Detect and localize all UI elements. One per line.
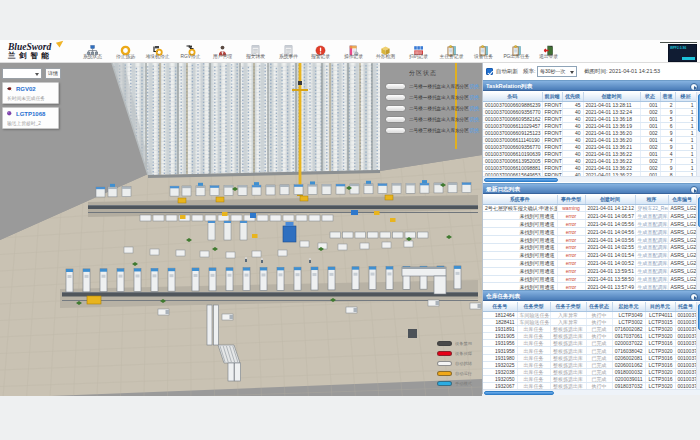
zone-toggle[interactable] — [385, 94, 406, 101]
zone-toggle[interactable] — [385, 116, 406, 123]
frequency-select[interactable]: 每30秒一次 — [537, 66, 577, 77]
table-row[interactable]: 00100370006609356770FRONT402021-04-01 13… — [483, 143, 696, 150]
column-header[interactable]: 巷道 — [660, 92, 675, 101]
table-row[interactable]: 未找到可用通道error2021-04-01 14:01:54生成直配调库库位请… — [483, 251, 696, 259]
auto-refresh-checkbox[interactable] — [486, 68, 493, 75]
zone-switch-link[interactable]: 切换 — [469, 105, 479, 111]
table-row[interactable]: 1931956出库任务整板拣选出库已完成0200037022LCTP301600… — [483, 340, 696, 347]
table-row[interactable]: 未找到可用通道error2021-04-01 13:59:51生成直配调库库位请… — [483, 267, 696, 275]
table-cell: 2021-04-01 14:12:12 — [585, 204, 635, 212]
toolbar-item-7[interactable]: 系统事件 — [272, 42, 305, 63]
toolbar-item-3[interactable]: 堆垛机停止 — [141, 42, 174, 63]
table-row[interactable]: 1931980出库任务整板拣选出库已完成0206002081LCTP301600… — [483, 354, 696, 361]
table-cell: 已完成 — [586, 354, 612, 361]
zone-toggle[interactable] — [385, 83, 406, 90]
panel-header-1: TaskRelation列表 — [483, 80, 700, 91]
panel-collapse-button[interactable] — [690, 293, 698, 301]
vertical-scrollbar-3[interactable] — [696, 302, 700, 390]
table-row[interactable]: 00100370006610098881FRONT402021-04-01 13… — [483, 164, 696, 171]
table-row[interactable]: 未找到可用通道error2021-04-01 14:00:52生成直配调库库位请… — [483, 259, 696, 267]
toolbar-item-9[interactable]: 操作记录 — [337, 42, 370, 63]
column-header[interactable]: 任务子类型 — [550, 302, 586, 311]
column-header[interactable]: 任务号 — [483, 302, 517, 311]
alert-card-RGV02[interactable]: RGV02长时间未完成任务 — [2, 82, 59, 104]
toolbar-item-5[interactable]: 用户管理 — [206, 42, 239, 63]
toolbar-item-4[interactable]: RGV停止 — [174, 42, 207, 63]
toolbar-item-11[interactable]: 扫码记录 — [402, 42, 435, 63]
column-header[interactable]: 任务类型 — [517, 302, 550, 311]
toolbar-item-15[interactable]: 退出登录 — [532, 42, 565, 63]
table-cell: 40 — [562, 157, 583, 164]
table-cell: 未找到可用通道 — [483, 243, 557, 251]
toolbar-item-13[interactable]: 设备任务 — [467, 42, 500, 63]
toolbar-item-1[interactable]: 系统状态 — [76, 42, 109, 63]
table-cell: ASRS_LG2 — [668, 267, 696, 275]
table-row[interactable]: 未找到可用通道error2021-04-01 14:02:55生成直配调库库位请… — [483, 243, 696, 251]
toolbar-item-8[interactable]: 报警记录 — [304, 42, 337, 63]
table-row[interactable]: 1932025出库任务整板拣选出库已完成0206001062LCTP301600… — [483, 361, 696, 368]
alert-details-button[interactable]: 详情 — [45, 68, 61, 79]
toolbar-item-10[interactable]: 外形检测 — [369, 42, 402, 63]
table-row[interactable]: 1932050出库任务整板拣选出库已完成0200039011LCTP301600… — [483, 376, 696, 383]
table-row[interactable]: 00100370006611029457FRONT402021-04-01 13… — [483, 122, 696, 129]
scrollbar-thumb[interactable] — [484, 178, 558, 183]
panel-collapse-button[interactable] — [690, 83, 698, 91]
alert-filter-select[interactable] — [2, 68, 42, 79]
table-row[interactable]: 00100370006609356770FRONT402021-04-01 13… — [483, 108, 696, 115]
table-row[interactable]: 1932038出库任务整板拣选出库已完成0918000032LCTP302000… — [483, 369, 696, 376]
toolbar-item-6[interactable]: 报文转发 — [239, 42, 272, 63]
table-row[interactable]: 00100370006609886239FRONT452021-04-01 13… — [483, 101, 696, 108]
zone-toggle[interactable] — [385, 105, 406, 112]
column-header[interactable]: 事件类型 — [557, 195, 585, 204]
column-header[interactable]: 目的单元 — [645, 302, 675, 311]
table-row[interactable]: 1812464车间输送任务入库异常执行中LCTP3049LCTP40110010… — [483, 311, 696, 318]
toolbar-item-12[interactable]: 主任务记录 — [435, 42, 468, 63]
table-row[interactable]: 1828411车间输送任务入库异常执行中LCTP3002LCTP30150010… — [483, 318, 696, 325]
column-header[interactable]: 前后端 — [542, 92, 562, 101]
table-row[interactable]: 00100370006611140190FRONT402021-04-01 13… — [483, 136, 696, 143]
table-cell: ASRS_LG2 — [668, 236, 696, 244]
horizontal-scrollbar-1[interactable] — [483, 176, 700, 182]
column-header[interactable]: 条码 — [483, 92, 542, 101]
column-header[interactable]: 任务状态 — [586, 302, 612, 311]
table-row[interactable]: 未找到可用通道error2021-04-01 14:04:56生成直配调库库位请… — [483, 228, 696, 236]
horizontal-scrollbar-3[interactable] — [483, 389, 700, 395]
table-row[interactable]: 未找到可用通道error2021-04-01 13:58:50生成直配调库库位请… — [483, 275, 696, 283]
warehouse-3d-viewport[interactable]: 详情 RGV02长时间未完成任务LGTP1068输送上货超时_2 分区状态 二号… — [0, 63, 482, 396]
scrollbar-thumb[interactable] — [484, 391, 554, 396]
column-header[interactable]: 状态 — [640, 92, 660, 101]
zone-switch-link[interactable]: 切换 — [469, 127, 479, 133]
alert-card-LGTP1068[interactable]: LGTP1068输送上货超时_2 — [2, 107, 59, 129]
column-header[interactable]: 创建时间 — [585, 195, 635, 204]
column-header[interactable]: 起始单元 — [612, 302, 645, 311]
column-header[interactable]: 托盘号 — [675, 302, 696, 311]
zone-switch-link[interactable]: 切换 — [469, 83, 479, 89]
table-row[interactable]: 1931958出库任务整板拣选出库已完成0716038042LCTP302000… — [483, 347, 696, 354]
column-header[interactable]: 程序 — [635, 195, 668, 204]
table-row[interactable]: 未找到可用通道error2021-04-01 14:03:56生成直配调库库位请… — [483, 236, 696, 244]
zone-toggle[interactable] — [385, 127, 406, 134]
minimap-thumbnail[interactable]: WPF2.0-S6 — [668, 44, 697, 62]
column-header[interactable]: 楼层 — [675, 92, 696, 101]
toolbar-item-2[interactable]: 停止拣选 — [109, 42, 142, 63]
column-header[interactable]: 仓库编号 — [668, 195, 696, 204]
table-row[interactable]: 未找到可用通道error2021-04-01 14:06:57生成直配调库库位请… — [483, 212, 696, 220]
table-row[interactable]: 00100370006613952005FRONT402021-04-01 13… — [483, 157, 696, 164]
table-row[interactable]: 1931891出库任务整板拣选出库已完成0716002082LCTP302000… — [483, 325, 696, 332]
column-header[interactable]: 优先级 — [562, 92, 583, 101]
panel-collapse-button[interactable] — [690, 186, 698, 194]
column-header[interactable]: 创建时间 — [583, 92, 640, 101]
table-row[interactable]: 00100370006609125123FRONT402021-04-01 13… — [483, 129, 696, 136]
table-row[interactable]: 1931905出库任务整板拣选出库执行中0917037061LCTP302000… — [483, 333, 696, 340]
table-row[interactable]: 未找到可用通道error2021-04-01 14:05:56生成直配调库库位请… — [483, 220, 696, 228]
vertical-scrollbar-2[interactable] — [696, 195, 700, 291]
toolbar-item-14[interactable]: PG出库任务 — [500, 42, 533, 63]
table-row[interactable]: 00100370006609582162FRONT402021-04-01 13… — [483, 115, 696, 122]
table-cell: 未找到可用通道 — [483, 259, 557, 267]
table-row[interactable]: 00100370006610190639FRONT402021-04-01 13… — [483, 150, 696, 157]
column-header[interactable]: 系统事件 — [483, 195, 557, 204]
zone-switch-link[interactable]: 切换 — [469, 116, 479, 122]
vertical-scrollbar-1[interactable] — [696, 92, 700, 177]
zone-switch-link[interactable]: 切换 — [469, 94, 479, 100]
table-row[interactable]: 2号七层穿梭车报文确认:申请长度warning2021-04-01 14:12:… — [483, 204, 696, 212]
